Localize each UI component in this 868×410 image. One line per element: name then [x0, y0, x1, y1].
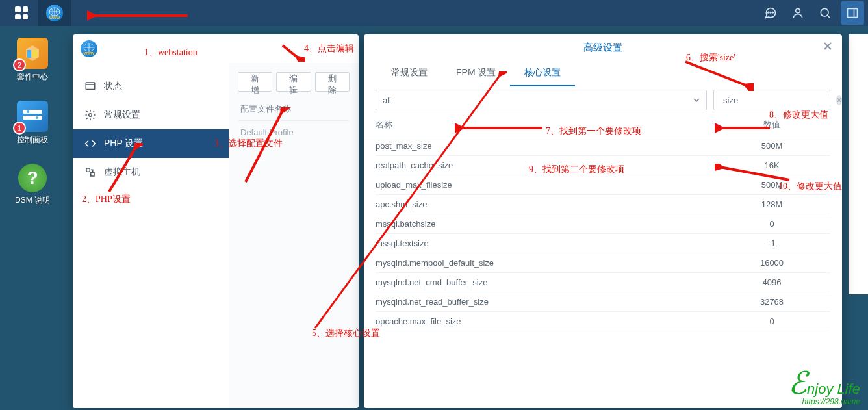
- cell-value[interactable]: 500M: [713, 141, 830, 151]
- svg-point-4: [796, 8, 800, 13]
- help-icon: ?: [18, 164, 47, 192]
- cell-name: apc.shm_size: [376, 199, 713, 209]
- table-row[interactable]: mysqlnd.net_read_buffer_size32768: [376, 292, 830, 312]
- vhost-icon: [84, 166, 96, 178]
- panel-icon[interactable]: [841, 1, 864, 25]
- svg-rect-15: [91, 173, 94, 176]
- search-input[interactable]: [723, 96, 832, 105]
- cell-value[interactable]: 16K: [713, 160, 830, 170]
- new-button[interactable]: 新增: [238, 72, 272, 92]
- search-box: ✕: [713, 90, 830, 110]
- cell-name: opcache.max_file_size: [376, 316, 713, 326]
- cell-value[interactable]: 128M: [713, 199, 830, 209]
- desktop: 2 套件中心 1 控制面板 ? DSM 说明: [0, 26, 65, 410]
- globe-icon: www: [81, 40, 97, 57]
- edit-button[interactable]: 编辑: [276, 72, 311, 92]
- svg-point-9: [27, 110, 29, 113]
- nav-label: PHP 设置: [104, 138, 143, 149]
- cell-name: mssql.textsize: [376, 238, 713, 248]
- tab-core[interactable]: 核心设置: [510, 60, 575, 86]
- svg-point-3: [772, 12, 774, 13]
- globe-icon: www: [46, 5, 63, 21]
- nav-php[interactable]: PHP 设置: [73, 129, 229, 158]
- svg-point-2: [770, 12, 771, 13]
- package-icon: 2: [17, 38, 48, 69]
- cell-name: mysqlnd.mempool_default_size: [376, 258, 713, 268]
- svg-rect-6: [848, 8, 858, 17]
- desktop-label: DSM 说明: [15, 195, 50, 206]
- dsm-help[interactable]: ? DSM 说明: [15, 164, 50, 206]
- close-icon[interactable]: [823, 41, 834, 53]
- table-row[interactable]: mssql.textsize-1: [376, 234, 830, 253]
- taskbar: www: [0, 0, 868, 26]
- svg-point-5: [821, 8, 828, 16]
- cell-name: realpath_cache_size: [376, 160, 713, 170]
- table-header: 名称 数值: [364, 114, 842, 136]
- side-nav: 状态 常规设置 PHP 设置 虚拟主机: [73, 63, 229, 408]
- desktop-label: 套件中心: [17, 71, 48, 83]
- nav-label: 状态: [104, 81, 122, 92]
- dropdown-value: all: [383, 96, 391, 105]
- svg-rect-12: [86, 83, 95, 90]
- tabs: 常规设置 FPM 设置 核心设置: [364, 60, 842, 86]
- table-body: post_max_size500Mrealpath_cache_size16Ku…: [364, 136, 842, 331]
- nav-general[interactable]: 常规设置: [73, 101, 229, 129]
- cell-value[interactable]: 16000: [713, 258, 830, 268]
- user-icon[interactable]: [786, 1, 810, 25]
- tab-general[interactable]: 常规设置: [377, 60, 442, 86]
- apps-button[interactable]: [5, 0, 38, 26]
- nav-label: 常规设置: [104, 109, 140, 121]
- delete-button[interactable]: 删除: [315, 72, 350, 92]
- chevron-down-icon: [693, 98, 700, 102]
- table-row[interactable]: mssql.batchsize0: [376, 214, 830, 234]
- svg-rect-7: [23, 110, 42, 114]
- watermark: ℰnjoy Life https://298.name: [788, 365, 860, 406]
- cell-name: mysqlnd.net_cmd_buffer_size: [376, 277, 713, 287]
- gear-icon: [84, 109, 96, 121]
- cell-name: upload_max_filesize: [376, 180, 713, 190]
- cell-value[interactable]: 0: [713, 316, 830, 326]
- table-row[interactable]: mysqlnd.mempool_default_size16000: [376, 253, 830, 273]
- window-header: www: [73, 34, 359, 63]
- svg-point-13: [89, 114, 92, 117]
- table-row[interactable]: realpath_cache_size16K: [376, 156, 830, 175]
- webstation-window: www 状态 常规设置 PHP 设置 虚拟主机 新增: [73, 34, 359, 408]
- cell-value[interactable]: 4096: [713, 277, 830, 287]
- table-row[interactable]: upload_max_filesize500M: [376, 175, 830, 195]
- cell-value[interactable]: 0: [713, 219, 830, 229]
- package-center[interactable]: 2 套件中心: [17, 38, 48, 83]
- svg-point-10: [36, 116, 38, 119]
- webstation-taskbar-button[interactable]: www: [38, 0, 71, 26]
- cell-value[interactable]: 32768: [713, 297, 830, 307]
- cell-name: mysqlnd.net_read_buffer_size: [376, 297, 713, 307]
- filter-dropdown[interactable]: all: [376, 90, 707, 110]
- svg-point-1: [768, 12, 769, 13]
- cell-value[interactable]: 500M: [713, 180, 830, 190]
- cell-name: post_max_size: [376, 141, 713, 151]
- table-row[interactable]: mysqlnd.net_cmd_buffer_size4096: [376, 273, 830, 292]
- search-icon[interactable]: [813, 1, 837, 25]
- chat-icon[interactable]: [759, 1, 782, 25]
- clear-icon[interactable]: ✕: [836, 95, 842, 105]
- control-panel[interactable]: 1 控制面板: [17, 101, 48, 146]
- nav-status[interactable]: 状态: [73, 72, 229, 101]
- advanced-settings-dialog: 高级设置 常规设置 FPM 设置 核心设置 all ✕ 名称 数值 post_m…: [364, 34, 842, 408]
- control-panel-icon: 1: [17, 101, 48, 132]
- profile-row[interactable]: Default Profile: [238, 121, 350, 144]
- nav-vhost[interactable]: 虚拟主机: [73, 158, 229, 186]
- dialog-title: 高级设置: [583, 42, 622, 54]
- th-name: 名称: [376, 119, 713, 131]
- status-icon: [84, 81, 96, 92]
- desktop-label: 控制面板: [17, 135, 48, 146]
- th-value: 数值: [713, 119, 830, 131]
- cell-value[interactable]: -1: [713, 238, 830, 248]
- tab-fpm[interactable]: FPM 设置: [442, 60, 510, 86]
- table-row[interactable]: post_max_size500M: [376, 136, 830, 156]
- code-icon: [84, 138, 96, 149]
- badge: 1: [13, 122, 26, 135]
- table-row[interactable]: opcache.max_file_size0: [376, 312, 830, 331]
- table-row[interactable]: apc.shm_size128M: [376, 195, 830, 214]
- svg-rect-14: [86, 168, 90, 172]
- badge: 2: [13, 58, 26, 71]
- svg-rect-8: [23, 116, 42, 120]
